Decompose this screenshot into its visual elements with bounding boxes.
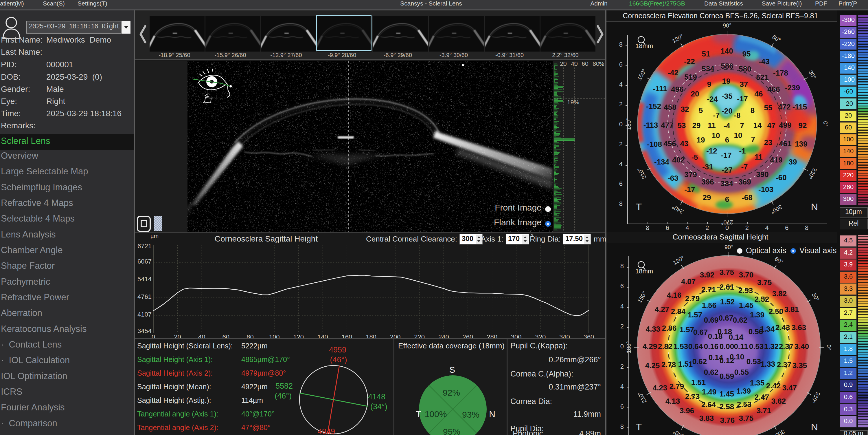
svg-text:-12: -12	[706, 147, 717, 155]
svg-text:2.78: 2.78	[661, 360, 676, 369]
svg-text:3.63: 3.63	[792, 323, 806, 332]
svg-text:37: 37	[740, 80, 748, 89]
svg-text:3.92: 3.92	[700, 270, 715, 279]
svg-text:55: 55	[764, 104, 773, 112]
svg-text:2.42: 2.42	[766, 381, 781, 390]
svg-text:19: 19	[722, 77, 731, 85]
svg-text:-113: -113	[644, 121, 658, 129]
svg-text:1.51: 1.51	[691, 378, 706, 387]
svg-text:0.69: 0.69	[704, 316, 719, 324]
svg-text:586: 586	[721, 62, 733, 70]
svg-text:1.45: 1.45	[720, 389, 734, 398]
svg-text:1.52: 1.52	[720, 297, 735, 306]
svg-text:-108: -108	[647, 140, 662, 149]
svg-text:5: 5	[699, 106, 703, 115]
svg-text:3.76: 3.76	[720, 416, 735, 425]
svg-text:521: 521	[756, 73, 769, 82]
svg-text:-35: -35	[722, 92, 733, 100]
svg-text:2.53: 2.53	[738, 286, 753, 295]
svg-text:1.39: 1.39	[736, 387, 751, 395]
svg-text:-31: -31	[702, 163, 713, 171]
svg-text:1.39: 1.39	[750, 311, 765, 319]
svg-text:3.75: 3.75	[720, 268, 734, 277]
svg-text:1.56: 1.56	[702, 301, 717, 310]
svg-text:-8: -8	[734, 111, 740, 120]
svg-text:210°: 210°	[636, 167, 648, 180]
svg-text:92: 92	[799, 121, 807, 130]
svg-text:1.45: 1.45	[739, 301, 754, 310]
svg-text:0.53: 0.53	[746, 357, 761, 366]
svg-text:3.47: 3.47	[782, 383, 797, 392]
svg-text:3.96: 3.96	[680, 406, 694, 415]
svg-text:-60: -60	[776, 173, 787, 182]
svg-text:496: 496	[671, 85, 683, 93]
svg-text:3.70: 3.70	[739, 270, 754, 279]
svg-text:4.23: 4.23	[653, 383, 668, 392]
svg-text:10: 10	[734, 131, 742, 140]
svg-text:519: 519	[684, 73, 697, 81]
svg-text:-4: -4	[723, 121, 730, 130]
svg-text:419: 419	[770, 155, 782, 164]
svg-text:2.43: 2.43	[775, 323, 790, 332]
svg-text:2.64: 2.64	[701, 400, 716, 409]
svg-text:3.83: 3.83	[699, 414, 714, 423]
svg-text:9: 9	[707, 80, 711, 89]
svg-text:139: 139	[795, 140, 807, 148]
svg-text:2.82: 2.82	[658, 342, 673, 351]
svg-text:11: 11	[708, 121, 716, 130]
svg-text:3.82: 3.82	[772, 289, 787, 298]
svg-text:0°: 0°	[822, 121, 828, 126]
svg-text:-17: -17	[684, 185, 695, 194]
svg-text:-17: -17	[737, 94, 748, 103]
svg-text:-22: -22	[684, 57, 695, 66]
svg-text:2.50: 2.50	[769, 307, 783, 316]
svg-text:11: 11	[754, 153, 763, 161]
svg-text:330°: 330°	[810, 391, 822, 404]
svg-text:390: 390	[756, 170, 769, 179]
svg-text:3.75: 3.75	[757, 278, 772, 287]
svg-text:29: 29	[692, 121, 701, 130]
svg-text:140: 140	[720, 47, 733, 55]
svg-text:-7: -7	[741, 163, 748, 171]
svg-text:3.75: 3.75	[739, 414, 754, 423]
svg-text:499: 499	[779, 121, 791, 129]
svg-text:0.00: 0.00	[720, 342, 734, 351]
svg-text:4.27: 4.27	[655, 305, 670, 314]
svg-text:53: 53	[678, 121, 686, 130]
svg-text:3.35: 3.35	[793, 361, 807, 370]
svg-text:180°: 180°	[626, 118, 632, 130]
svg-text:-7: -7	[713, 111, 720, 120]
svg-text:-63: -63	[668, 174, 679, 182]
svg-text:2.58: 2.58	[720, 402, 734, 411]
svg-text:458: 458	[664, 103, 676, 112]
svg-text:19: 19	[697, 136, 705, 144]
svg-text:-24: -24	[707, 95, 718, 104]
svg-text:4.16: 4.16	[667, 291, 682, 299]
svg-text:472: 472	[778, 103, 790, 111]
svg-text:1.49: 1.49	[702, 387, 717, 396]
svg-text:-115: -115	[793, 103, 807, 111]
svg-text:95: 95	[742, 50, 751, 58]
svg-text:0.14: 0.14	[729, 333, 744, 342]
svg-text:7: 7	[751, 135, 755, 144]
svg-text:-17: -17	[721, 151, 732, 160]
svg-text:210°: 210°	[636, 391, 648, 404]
svg-text:43: 43	[680, 139, 689, 148]
svg-text:456: 456	[663, 139, 676, 148]
svg-text:369: 369	[738, 177, 751, 186]
svg-text:90°: 90°	[724, 244, 733, 250]
svg-text:6: 6	[725, 136, 729, 144]
svg-text:240°: 240°	[671, 204, 685, 215]
svg-text:3.40: 3.40	[795, 342, 809, 351]
svg-text:330°: 330°	[807, 167, 818, 180]
svg-text:120°: 120°	[671, 33, 685, 44]
svg-text:1.57: 1.57	[688, 311, 703, 319]
svg-text:1.57: 1.57	[680, 325, 694, 334]
svg-text:300°: 300°	[772, 428, 786, 435]
svg-text:534: 534	[702, 64, 714, 73]
svg-text:-239: -239	[785, 83, 800, 92]
svg-text:477: 477	[661, 121, 673, 129]
svg-text:51: 51	[702, 50, 710, 58]
svg-text:0.55: 0.55	[734, 368, 749, 377]
svg-text:2.84: 2.84	[671, 307, 686, 316]
